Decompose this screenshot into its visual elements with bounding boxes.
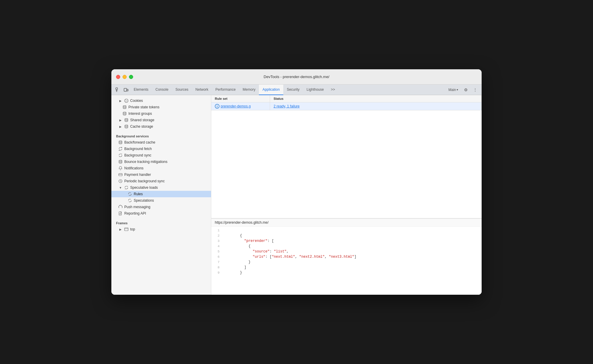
line-number: 4	[211, 244, 223, 249]
cell-status: 2 ready, 1 failure	[270, 102, 482, 110]
status-link[interactable]: 2 ready, 1 failure	[274, 104, 300, 108]
sidebar-item-speculative-loads[interactable]: ▼ Speculative loads	[111, 184, 211, 191]
sync-child-icon	[128, 192, 132, 196]
svg-rect-4	[127, 89, 128, 91]
line-number: 7	[211, 259, 223, 265]
window-title: DevTools - prerender-demos.glitch.me/	[264, 75, 329, 79]
tab-more[interactable]: >>	[327, 85, 339, 95]
line-number: 3	[211, 238, 223, 244]
sidebar: ▶ Cookies Private state tokens	[111, 95, 211, 295]
expand-down-arrow-icon: ▼	[118, 186, 123, 190]
code-content: {	[223, 244, 251, 249]
sidebar-item-cookies[interactable]: ▶ Cookies	[111, 97, 211, 104]
frames-header: Frames	[111, 219, 211, 226]
table-header: Rule set Status	[211, 95, 482, 102]
sidebar-item-backforward-cache[interactable]: Back/forward cache	[111, 139, 211, 146]
tab-sources[interactable]: Sources	[172, 85, 192, 95]
close-button[interactable]	[116, 75, 120, 79]
svg-point-5	[125, 99, 128, 102]
code-line-2: 2 {	[211, 233, 482, 238]
svg-rect-0	[116, 88, 118, 90]
main-dropdown[interactable]: Main ▾	[446, 86, 460, 94]
table-area: Rule set Status ℹ prerender-demos.g 2 re…	[211, 95, 482, 218]
db-icon	[123, 105, 127, 109]
col-rule-set: Rule set	[211, 95, 270, 102]
main-content: ▶ Cookies Private state tokens	[111, 95, 482, 295]
sidebar-item-frames-top[interactable]: ▶ top	[111, 226, 211, 232]
tab-memory[interactable]: Memory	[239, 85, 259, 95]
minimize-button[interactable]	[123, 75, 127, 79]
sync-child-icon	[128, 198, 132, 203]
svg-point-13	[119, 141, 122, 142]
code-viewer: 1 2 { 3 "prerender": [ 4	[211, 227, 482, 295]
cookie-icon	[124, 99, 128, 103]
svg-point-7	[127, 100, 127, 101]
expand-arrow-icon: ▶	[118, 227, 123, 231]
sidebar-item-shared-storage[interactable]: ▶ Shared storage	[111, 117, 211, 123]
sidebar-item-rules[interactable]: Rules	[111, 191, 211, 197]
sidebar-item-speculations[interactable]: Speculations	[111, 197, 211, 204]
db-icon	[124, 124, 128, 129]
sidebar-item-push-messaging[interactable]: Push messaging	[111, 204, 211, 210]
sync-icon	[124, 186, 128, 190]
sidebar-item-payment-handler[interactable]: Payment handler	[111, 171, 211, 178]
code-line-9: 9 }	[211, 270, 482, 275]
code-line-6: 6 "urls": ["next.html", "next2.html", "n…	[211, 254, 482, 259]
col-status: Status	[270, 95, 482, 102]
db-icon	[124, 118, 128, 122]
inspect-element-icon[interactable]	[114, 86, 122, 94]
rule-set-link[interactable]: prerender-demos.g	[221, 104, 251, 108]
kebab-menu-icon[interactable]: ⋮	[471, 86, 479, 94]
code-content: "urls": ["next.html", "next2.html", "nex…	[223, 254, 356, 259]
code-line-7: 7 }	[211, 259, 482, 265]
sidebar-item-reporting-api[interactable]: Reporting API	[111, 210, 211, 217]
tab-network[interactable]: Network	[192, 85, 212, 95]
tab-console[interactable]: Console	[152, 85, 172, 95]
table-row[interactable]: ℹ prerender-demos.g 2 ready, 1 failure	[211, 102, 482, 110]
devtools-right-controls: Main ▾ ⚙ ⋮	[446, 86, 479, 94]
sidebar-item-interest-groups[interactable]: Interest groups	[111, 110, 211, 117]
cloud-icon	[118, 205, 123, 209]
clock-icon	[118, 179, 123, 183]
line-number: 2	[211, 233, 223, 238]
tab-lighthouse[interactable]: Lighthouse	[303, 85, 327, 95]
sidebar-item-notifications[interactable]: Notifications	[111, 165, 211, 171]
code-content: }	[223, 259, 251, 265]
code-content: "prerender": [	[223, 238, 274, 244]
tab-performance[interactable]: Performance	[212, 85, 239, 95]
tab-elements[interactable]: Elements	[130, 85, 152, 95]
code-line-1: 1	[211, 228, 482, 233]
svg-point-8	[126, 101, 126, 102]
code-line-4: 4 {	[211, 244, 482, 249]
card-icon	[118, 173, 123, 177]
svg-point-12	[125, 125, 128, 126]
db-icon	[118, 160, 123, 164]
devtools-tab-bar: Elements Console Sources Network Perform…	[111, 85, 482, 95]
tab-security[interactable]: Security	[283, 85, 303, 95]
settings-icon[interactable]: ⚙	[462, 86, 470, 94]
code-line-5: 5 "source": "list",	[211, 249, 482, 254]
frame-icon	[124, 227, 128, 231]
svg-point-14	[119, 160, 122, 161]
source-url: https://prerender-demos.glitch.me/	[211, 219, 482, 227]
tab-application[interactable]: Application	[259, 85, 283, 95]
expand-arrow-icon: ▶	[118, 118, 123, 122]
code-content: "source": "list",	[223, 249, 289, 254]
line-number: 9	[211, 270, 223, 275]
code-content: ]	[223, 265, 246, 270]
sidebar-item-cache-storage[interactable]: ▶ Cache storage	[111, 123, 211, 130]
traffic-lights	[116, 75, 133, 79]
sidebar-item-background-fetch[interactable]: Background fetch	[111, 146, 211, 152]
sidebar-item-periodic-background-sync[interactable]: Periodic background sync	[111, 178, 211, 184]
sidebar-item-background-sync[interactable]: Background sync	[111, 152, 211, 159]
line-number: 1	[211, 228, 223, 233]
sidebar-item-bounce-tracking[interactable]: Bounce tracking mitigations	[111, 159, 211, 165]
background-services-header: Background services	[111, 132, 211, 139]
maximize-button[interactable]	[129, 75, 133, 79]
bottom-panel: https://prerender-demos.glitch.me/ 1 2 {…	[211, 218, 482, 295]
device-toolbar-icon[interactable]	[122, 86, 130, 94]
svg-rect-15	[119, 173, 122, 176]
code-content: {	[223, 233, 242, 238]
db-icon	[118, 140, 123, 144]
sidebar-item-private-state-tokens[interactable]: Private state tokens	[111, 104, 211, 110]
